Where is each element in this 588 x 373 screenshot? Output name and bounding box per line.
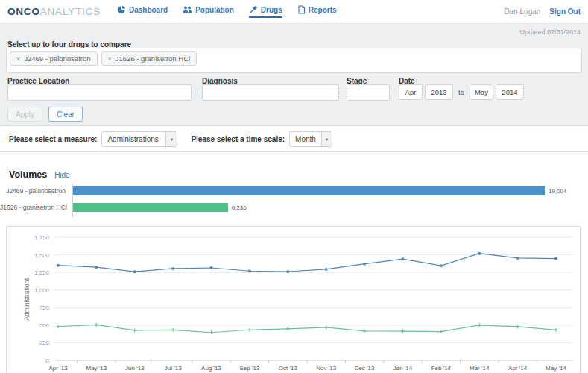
sign-out-link[interactable]: Sign Out — [549, 7, 581, 16]
main-nav: Dashboard Population Drugs Reports — [117, 5, 352, 18]
data-point — [324, 325, 328, 329]
x-tick-label: Mar '14 — [470, 365, 490, 372]
filters-panel: Updated 07/31/2014 Select up to four dru… — [0, 24, 588, 125]
volume-bar — [73, 203, 228, 212]
data-point — [363, 263, 366, 266]
series-line — [58, 254, 556, 272]
data-point — [286, 327, 290, 330]
y-tick-label: 750 — [39, 304, 50, 311]
drugs-icon — [249, 5, 258, 14]
x-tick-label: Apr '14 — [508, 365, 528, 372]
data-point — [210, 266, 213, 269]
x-tick-label: Oct '13 — [279, 365, 298, 372]
user-area: Dan Logan Sign Out — [504, 7, 581, 16]
x-tick-label: May '13 — [86, 365, 107, 372]
y-tick-label: 1,000 — [34, 287, 50, 294]
measure-select-value: Administrations — [102, 132, 163, 146]
y-tick-label: 250 — [39, 339, 50, 346]
chevron-down-icon[interactable]: ▾ — [165, 132, 177, 146]
time-scale-select-value: Month — [290, 132, 321, 146]
reports-icon — [297, 5, 306, 14]
logo-primary: ONCO — [7, 6, 40, 17]
x-tick-label: Dec '13 — [355, 365, 375, 372]
data-point — [133, 328, 136, 332]
series-line — [58, 325, 556, 332]
bar-value: 6,236 — [232, 204, 247, 211]
data-point — [554, 328, 558, 332]
x-tick-label: Jan '14 — [393, 365, 413, 372]
drug-tag-label: J2469 - palonosetron — [24, 54, 90, 63]
x-tick-label: Feb '14 — [431, 365, 452, 372]
data-point — [248, 269, 251, 272]
last-updated-text: Updated 07/31/2014 — [519, 28, 581, 36]
remove-tag-icon[interactable]: × — [108, 55, 112, 63]
logo-secondary: ANALYTICS — [40, 6, 101, 17]
nav-tab-label: Drugs — [261, 6, 282, 14]
date-from-month-select[interactable]: Apr — [399, 84, 423, 100]
bar-row-palonosetron: J2469 - palonosetron 19,004 — [0, 186, 566, 195]
nav-tab-drugs[interactable]: Drugs — [249, 5, 282, 18]
app-logo: ONCOANALYTICS — [7, 6, 101, 17]
y-tick-label: 0 — [46, 357, 50, 364]
x-tick-label: Apr '13 — [48, 365, 68, 372]
date-range-controls: Apr 2013 to May 2014 — [399, 84, 524, 100]
date-from-year-input[interactable]: 2013 — [425, 84, 453, 100]
data-point — [401, 330, 405, 333]
date-to-text: to — [455, 88, 467, 96]
bar-value: 19,004 — [549, 188, 566, 195]
volumes-header: Volumes Hide — [9, 169, 70, 180]
practice-location-input[interactable] — [7, 84, 192, 101]
data-point — [554, 257, 557, 260]
data-point — [95, 323, 98, 327]
data-point — [95, 266, 98, 269]
stage-input[interactable] — [347, 84, 390, 101]
nav-tab-label: Reports — [309, 6, 337, 14]
data-point — [325, 268, 328, 271]
data-point — [247, 328, 251, 332]
data-point — [209, 330, 213, 334]
bar-row-granisetron: J1626 - granisetron HCl 6,236 — [0, 203, 247, 212]
measure-select[interactable]: Administrations ▾ — [101, 131, 177, 147]
measure-select-label: Please select a measure: — [9, 135, 97, 143]
line-chart-container: 02505007501,0001,2501,5001,750Apr '13May… — [6, 226, 581, 373]
apply-button[interactable]: Apply — [7, 107, 42, 122]
x-tick-label: Nov '13 — [316, 365, 336, 372]
line-chart-svg: 02505007501,0001,2501,5001,750Apr '13May… — [7, 227, 580, 373]
drug-tag[interactable]: × J2469 - palonosetron — [10, 51, 98, 66]
time-scale-select-label: Please select a time scale: — [191, 135, 285, 143]
bar-label: J1626 - granisetron HCl — [0, 204, 66, 211]
data-point — [171, 267, 174, 270]
time-scale-select[interactable]: Month ▾ — [289, 131, 332, 147]
population-icon — [183, 5, 192, 14]
data-point — [401, 257, 404, 260]
diagnosis-input[interactable] — [202, 84, 339, 101]
clear-button[interactable]: Clear — [48, 107, 83, 122]
nav-tab-dashboard[interactable]: Dashboard — [117, 5, 168, 18]
date-to-month-select[interactable]: May — [470, 84, 493, 100]
drug-tags-input[interactable]: × J2469 - palonosetron × J1626 - granise… — [6, 48, 582, 73]
nav-tab-reports[interactable]: Reports — [297, 5, 337, 18]
x-tick-label: May '14 — [546, 365, 566, 372]
data-point — [478, 323, 481, 327]
data-point — [439, 330, 443, 333]
nav-tab-population[interactable]: Population — [183, 5, 234, 18]
results-panel: Please select a measure: Administrations… — [0, 125, 588, 373]
date-to-year-input[interactable]: 2014 — [496, 84, 524, 100]
y-tick-label: 1,750 — [34, 234, 50, 241]
filter-buttons: Apply Clear — [7, 107, 83, 122]
y-tick-label: 500 — [39, 322, 50, 329]
drug-tag[interactable]: × J1626 - granisetron HCl — [101, 51, 197, 66]
x-tick-label: Sep '13 — [239, 365, 259, 372]
nav-tab-label: Dashboard — [129, 6, 168, 14]
data-point — [57, 264, 60, 267]
x-tick-label: Jul '13 — [165, 365, 182, 372]
remove-tag-icon[interactable]: × — [16, 55, 20, 63]
measure-controls-row: Please select a measure: Administrations… — [0, 126, 588, 152]
chevron-down-icon[interactable]: ▾ — [321, 132, 332, 146]
volume-bar — [73, 186, 545, 195]
top-navigation-bar: ONCOANALYTICS Dashboard Population Drugs — [0, 0, 588, 24]
data-point — [440, 264, 443, 267]
volumes-title: Volumes — [9, 169, 47, 180]
hide-link[interactable]: Hide — [54, 171, 70, 179]
data-point — [171, 328, 175, 332]
